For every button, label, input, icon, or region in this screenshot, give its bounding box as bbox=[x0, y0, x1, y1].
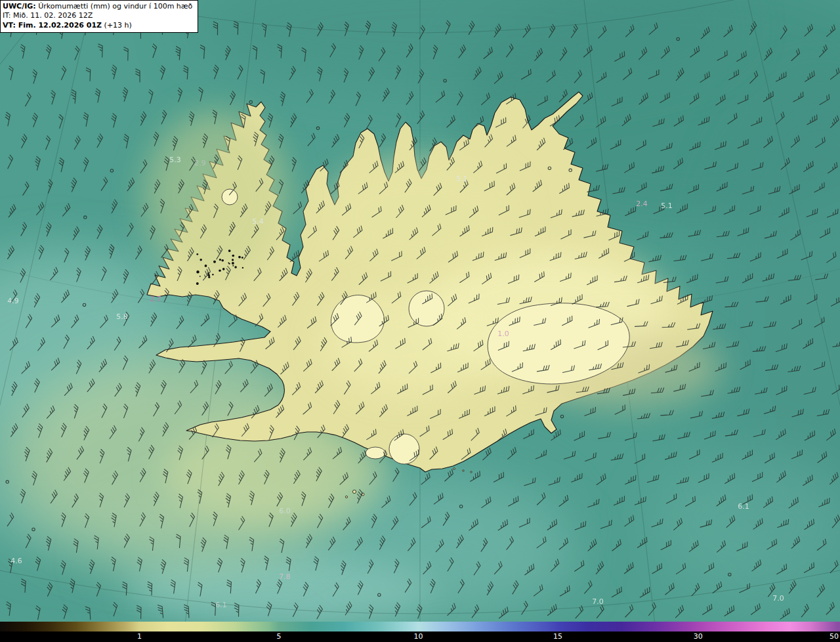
island-speck bbox=[228, 249, 231, 252]
island-speck bbox=[196, 282, 199, 285]
island-speck bbox=[196, 253, 198, 255]
colorbar-tick: 1 bbox=[137, 632, 142, 641]
colorbar-tick: 5 bbox=[276, 632, 281, 641]
glacier-myrdalsjokull bbox=[389, 434, 419, 464]
title-segment: Úrkomumætti (mm) og vindur í 100m hæð bbox=[36, 2, 193, 11]
island-speck bbox=[242, 257, 243, 259]
title-line: IT: Mið. 11. 02. 2026 12Z bbox=[3, 11, 192, 20]
island-speck bbox=[205, 265, 207, 267]
island-speck bbox=[242, 267, 243, 268]
map-svg bbox=[0, 0, 840, 622]
title-line: UWC/IG: Úrkomumætti (mm) og vindur í 100… bbox=[3, 2, 192, 11]
island-speck bbox=[196, 270, 199, 273]
glacier-drangajokull bbox=[222, 189, 238, 205]
island-vestmannaeyjar-1 bbox=[352, 490, 356, 493]
title-box: UWC/IG: Úrkomumætti (mm) og vindur í 100… bbox=[0, 0, 198, 33]
map-area: 5.32.95.12.45.15.44.92.75.81.06.16.04.67… bbox=[0, 0, 840, 622]
island-speck bbox=[228, 263, 230, 264]
colorbar-tick: 10 bbox=[413, 632, 423, 641]
island-south-3 bbox=[471, 471, 472, 473]
island-speck bbox=[238, 256, 241, 259]
colorbar-gradient bbox=[0, 622, 840, 631]
colorbar-tick-labels: 1510153050 bbox=[0, 631, 840, 642]
island-speck bbox=[219, 259, 221, 261]
weather-map-page: 5.32.95.12.45.15.44.92.75.81.06.16.04.67… bbox=[0, 0, 840, 642]
island-speck bbox=[219, 270, 221, 272]
island-speck bbox=[232, 255, 235, 257]
island-speck bbox=[200, 276, 201, 277]
island-speck bbox=[232, 265, 234, 267]
colorbar-tick: 50 bbox=[830, 632, 839, 641]
colorbar: 1510153050 bbox=[0, 622, 840, 642]
island-speck bbox=[208, 276, 210, 278]
island-speck bbox=[232, 259, 234, 261]
island-speck bbox=[221, 259, 224, 262]
colorbar-tick: 15 bbox=[553, 632, 562, 641]
title-segment: (+13 h) bbox=[102, 21, 132, 30]
island-speck bbox=[200, 259, 202, 261]
island-speck bbox=[222, 268, 225, 270]
island-south-2 bbox=[463, 470, 464, 471]
island-speck bbox=[213, 261, 216, 263]
glacier-eyjafjallajokull bbox=[366, 447, 385, 459]
title-segment: IT: Mið. 11. 02. 2026 12Z bbox=[3, 11, 93, 20]
island-speck bbox=[232, 262, 234, 265]
title-segment-bold: VT: Fim. 12.02.2026 01Z bbox=[3, 21, 102, 30]
island-speck bbox=[212, 274, 213, 275]
island-vestmannaeyjar-3 bbox=[345, 496, 347, 498]
title-line: VT: Fim. 12.02.2026 01Z (+13 h) bbox=[3, 21, 192, 30]
island-south-1 bbox=[453, 468, 455, 470]
colorbar-tick: 30 bbox=[694, 632, 703, 641]
title-segment-bold: UWC/IG: bbox=[3, 2, 36, 11]
island-speck bbox=[234, 266, 237, 268]
